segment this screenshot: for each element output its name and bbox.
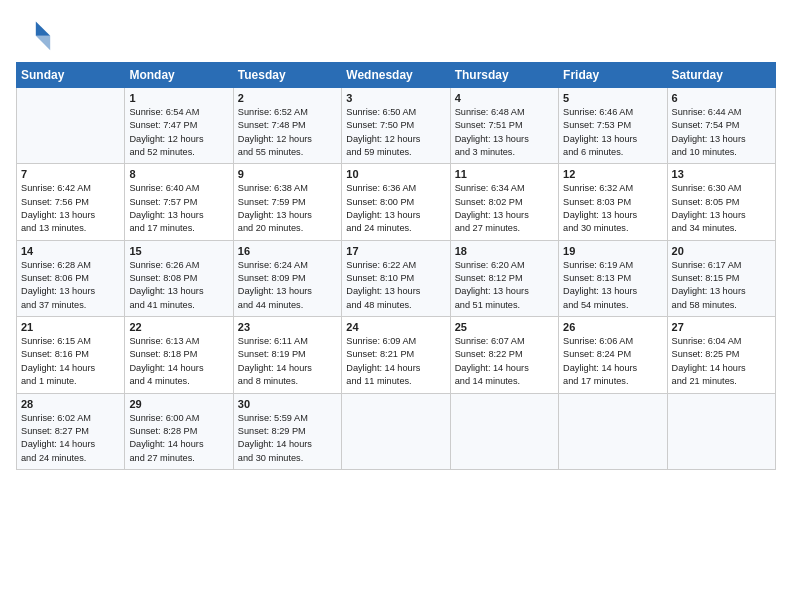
day-info: Sunrise: 6:24 AM Sunset: 8:09 PM Dayligh…: [238, 259, 337, 312]
calendar-cell: 30Sunrise: 5:59 AM Sunset: 8:29 PM Dayli…: [233, 393, 341, 469]
logo: [16, 16, 56, 52]
calendar-cell: 8Sunrise: 6:40 AM Sunset: 7:57 PM Daylig…: [125, 164, 233, 240]
calendar-cell: 10Sunrise: 6:36 AM Sunset: 8:00 PM Dayli…: [342, 164, 450, 240]
day-info: Sunrise: 6:06 AM Sunset: 8:24 PM Dayligh…: [563, 335, 662, 388]
day-number: 22: [129, 321, 228, 333]
calendar-cell: 14Sunrise: 6:28 AM Sunset: 8:06 PM Dayli…: [17, 240, 125, 316]
day-number: 16: [238, 245, 337, 257]
day-number: 17: [346, 245, 445, 257]
day-header-saturday: Saturday: [667, 63, 775, 88]
day-number: 3: [346, 92, 445, 104]
day-number: 18: [455, 245, 554, 257]
day-info: Sunrise: 6:19 AM Sunset: 8:13 PM Dayligh…: [563, 259, 662, 312]
week-row-3: 14Sunrise: 6:28 AM Sunset: 8:06 PM Dayli…: [17, 240, 776, 316]
calendar-cell: 2Sunrise: 6:52 AM Sunset: 7:48 PM Daylig…: [233, 88, 341, 164]
calendar-cell: 24Sunrise: 6:09 AM Sunset: 8:21 PM Dayli…: [342, 317, 450, 393]
day-info: Sunrise: 6:42 AM Sunset: 7:56 PM Dayligh…: [21, 182, 120, 235]
calendar-cell: 4Sunrise: 6:48 AM Sunset: 7:51 PM Daylig…: [450, 88, 558, 164]
calendar-header-row: SundayMondayTuesdayWednesdayThursdayFrid…: [17, 63, 776, 88]
day-number: 21: [21, 321, 120, 333]
calendar-cell: 26Sunrise: 6:06 AM Sunset: 8:24 PM Dayli…: [559, 317, 667, 393]
day-info: Sunrise: 6:26 AM Sunset: 8:08 PM Dayligh…: [129, 259, 228, 312]
day-number: 6: [672, 92, 771, 104]
day-info: Sunrise: 6:32 AM Sunset: 8:03 PM Dayligh…: [563, 182, 662, 235]
day-number: 12: [563, 168, 662, 180]
day-info: Sunrise: 6:13 AM Sunset: 8:18 PM Dayligh…: [129, 335, 228, 388]
day-number: 15: [129, 245, 228, 257]
week-row-5: 28Sunrise: 6:02 AM Sunset: 8:27 PM Dayli…: [17, 393, 776, 469]
day-info: Sunrise: 6:02 AM Sunset: 8:27 PM Dayligh…: [21, 412, 120, 465]
day-info: Sunrise: 6:00 AM Sunset: 8:28 PM Dayligh…: [129, 412, 228, 465]
day-number: 30: [238, 398, 337, 410]
day-number: 10: [346, 168, 445, 180]
calendar-cell: 16Sunrise: 6:24 AM Sunset: 8:09 PM Dayli…: [233, 240, 341, 316]
day-info: Sunrise: 6:50 AM Sunset: 7:50 PM Dayligh…: [346, 106, 445, 159]
week-row-4: 21Sunrise: 6:15 AM Sunset: 8:16 PM Dayli…: [17, 317, 776, 393]
day-info: Sunrise: 6:54 AM Sunset: 7:47 PM Dayligh…: [129, 106, 228, 159]
day-info: Sunrise: 6:15 AM Sunset: 8:16 PM Dayligh…: [21, 335, 120, 388]
day-info: Sunrise: 6:28 AM Sunset: 8:06 PM Dayligh…: [21, 259, 120, 312]
day-number: 19: [563, 245, 662, 257]
day-header-tuesday: Tuesday: [233, 63, 341, 88]
calendar-cell: 17Sunrise: 6:22 AM Sunset: 8:10 PM Dayli…: [342, 240, 450, 316]
day-number: 4: [455, 92, 554, 104]
day-number: 23: [238, 321, 337, 333]
day-info: Sunrise: 6:17 AM Sunset: 8:15 PM Dayligh…: [672, 259, 771, 312]
calendar-cell: 3Sunrise: 6:50 AM Sunset: 7:50 PM Daylig…: [342, 88, 450, 164]
calendar-cell: [559, 393, 667, 469]
day-info: Sunrise: 6:36 AM Sunset: 8:00 PM Dayligh…: [346, 182, 445, 235]
day-number: 25: [455, 321, 554, 333]
day-info: Sunrise: 6:38 AM Sunset: 7:59 PM Dayligh…: [238, 182, 337, 235]
day-number: 2: [238, 92, 337, 104]
calendar-cell: [667, 393, 775, 469]
calendar-cell: [450, 393, 558, 469]
day-info: Sunrise: 6:30 AM Sunset: 8:05 PM Dayligh…: [672, 182, 771, 235]
calendar-table: SundayMondayTuesdayWednesdayThursdayFrid…: [16, 62, 776, 470]
calendar-cell: 5Sunrise: 6:46 AM Sunset: 7:53 PM Daylig…: [559, 88, 667, 164]
day-number: 1: [129, 92, 228, 104]
day-header-wednesday: Wednesday: [342, 63, 450, 88]
day-header-monday: Monday: [125, 63, 233, 88]
day-number: 9: [238, 168, 337, 180]
week-row-1: 1Sunrise: 6:54 AM Sunset: 7:47 PM Daylig…: [17, 88, 776, 164]
calendar-cell: 28Sunrise: 6:02 AM Sunset: 8:27 PM Dayli…: [17, 393, 125, 469]
calendar-cell: 9Sunrise: 6:38 AM Sunset: 7:59 PM Daylig…: [233, 164, 341, 240]
day-info: Sunrise: 6:48 AM Sunset: 7:51 PM Dayligh…: [455, 106, 554, 159]
day-info: Sunrise: 6:52 AM Sunset: 7:48 PM Dayligh…: [238, 106, 337, 159]
calendar-cell: 22Sunrise: 6:13 AM Sunset: 8:18 PM Dayli…: [125, 317, 233, 393]
day-header-friday: Friday: [559, 63, 667, 88]
calendar-cell: 25Sunrise: 6:07 AM Sunset: 8:22 PM Dayli…: [450, 317, 558, 393]
calendar-cell: [342, 393, 450, 469]
calendar-cell: 13Sunrise: 6:30 AM Sunset: 8:05 PM Dayli…: [667, 164, 775, 240]
day-info: Sunrise: 6:34 AM Sunset: 8:02 PM Dayligh…: [455, 182, 554, 235]
calendar-cell: 12Sunrise: 6:32 AM Sunset: 8:03 PM Dayli…: [559, 164, 667, 240]
day-number: 11: [455, 168, 554, 180]
calendar-cell: 19Sunrise: 6:19 AM Sunset: 8:13 PM Dayli…: [559, 240, 667, 316]
day-info: Sunrise: 6:40 AM Sunset: 7:57 PM Dayligh…: [129, 182, 228, 235]
calendar-cell: 20Sunrise: 6:17 AM Sunset: 8:15 PM Dayli…: [667, 240, 775, 316]
day-number: 26: [563, 321, 662, 333]
day-header-sunday: Sunday: [17, 63, 125, 88]
day-info: Sunrise: 6:04 AM Sunset: 8:25 PM Dayligh…: [672, 335, 771, 388]
day-info: Sunrise: 6:20 AM Sunset: 8:12 PM Dayligh…: [455, 259, 554, 312]
day-info: Sunrise: 6:07 AM Sunset: 8:22 PM Dayligh…: [455, 335, 554, 388]
day-number: 14: [21, 245, 120, 257]
calendar-cell: 1Sunrise: 6:54 AM Sunset: 7:47 PM Daylig…: [125, 88, 233, 164]
day-number: 7: [21, 168, 120, 180]
day-info: Sunrise: 5:59 AM Sunset: 8:29 PM Dayligh…: [238, 412, 337, 465]
day-info: Sunrise: 6:46 AM Sunset: 7:53 PM Dayligh…: [563, 106, 662, 159]
day-number: 29: [129, 398, 228, 410]
calendar-cell: 7Sunrise: 6:42 AM Sunset: 7:56 PM Daylig…: [17, 164, 125, 240]
day-info: Sunrise: 6:09 AM Sunset: 8:21 PM Dayligh…: [346, 335, 445, 388]
page: SundayMondayTuesdayWednesdayThursdayFrid…: [0, 0, 792, 480]
day-number: 5: [563, 92, 662, 104]
calendar-cell: 15Sunrise: 6:26 AM Sunset: 8:08 PM Dayli…: [125, 240, 233, 316]
day-number: 24: [346, 321, 445, 333]
day-number: 20: [672, 245, 771, 257]
calendar-cell: 27Sunrise: 6:04 AM Sunset: 8:25 PM Dayli…: [667, 317, 775, 393]
calendar-cell: 29Sunrise: 6:00 AM Sunset: 8:28 PM Dayli…: [125, 393, 233, 469]
calendar-cell: 6Sunrise: 6:44 AM Sunset: 7:54 PM Daylig…: [667, 88, 775, 164]
day-header-thursday: Thursday: [450, 63, 558, 88]
calendar-cell: 11Sunrise: 6:34 AM Sunset: 8:02 PM Dayli…: [450, 164, 558, 240]
header: [16, 16, 776, 52]
